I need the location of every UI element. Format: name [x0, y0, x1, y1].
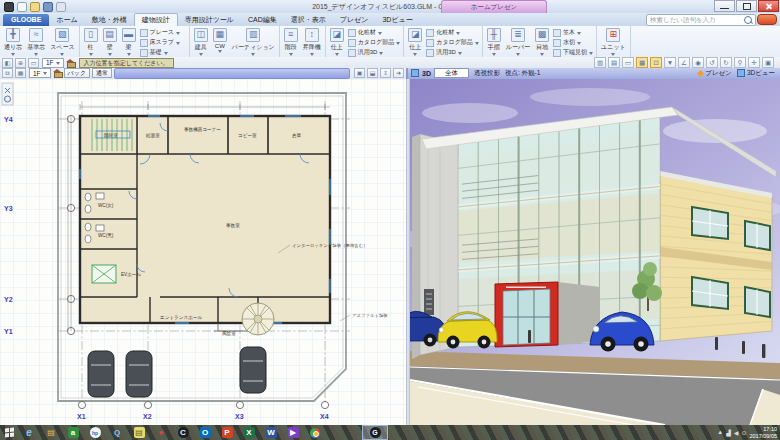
- taskbar-app-outlook[interactable]: O: [194, 425, 216, 440]
- tab-3Dビュー[interactable]: 3Dビュー: [375, 14, 419, 26]
- canvas-mini-toolbar[interactable]: [2, 83, 13, 105]
- ribbon-button-笠木[interactable]: 笠木: [552, 28, 594, 37]
- ribbon-button-床スラブ[interactable]: 床スラブ: [139, 38, 187, 47]
- tray-network-icon[interactable]: ▟: [726, 429, 731, 436]
- ribbon-button-化粧材[interactable]: 化粧材: [347, 28, 402, 37]
- ribbon-button-基準芯[interactable]: ≈基準芯: [25, 27, 47, 57]
- presentation-link[interactable]: プレゼン: [698, 69, 732, 78]
- taskbar-clock[interactable]: 17:10 2017/09/05: [749, 426, 777, 439]
- taskbar-app-word[interactable]: W: [260, 425, 282, 440]
- taskbar-app-player-purple[interactable]: ▶: [282, 425, 304, 440]
- tab-専用設計ツール[interactable]: 専用設計ツール: [178, 14, 241, 26]
- search-icon[interactable]: [744, 16, 752, 24]
- scope-selector[interactable]: 全体: [434, 68, 469, 78]
- taskbar-app-hp[interactable]: hp: [84, 425, 106, 440]
- help-icon[interactable]: ▣: [762, 57, 774, 68]
- gloobe-app-button[interactable]: GLOOBE: [3, 14, 49, 26]
- start-button[interactable]: [0, 425, 18, 440]
- taskbar-app-app-green[interactable]: a: [62, 425, 84, 440]
- tab-CAD編集[interactable]: CAD編集: [241, 14, 284, 26]
- tab-建物設計[interactable]: 建物設計: [134, 13, 178, 26]
- floor-selector-b[interactable]: 1F: [29, 68, 51, 78]
- save-view-icon[interactable]: ▣: [354, 68, 365, 78]
- tray-volume-icon[interactable]: ◀: [734, 429, 739, 436]
- ribbon-button-カタログ部品[interactable]: カタログ部品: [347, 38, 402, 47]
- ribbon-button-化粧材[interactable]: 化粧材: [425, 28, 480, 37]
- measure-icon[interactable]: ∠: [678, 57, 690, 68]
- home-view-icon-2[interactable]: [53, 69, 62, 77]
- ribbon-button-手摺[interactable]: ╫手摺: [485, 27, 503, 57]
- ribbon-button-通り芯[interactable]: ╋通り芯: [2, 27, 24, 57]
- ribbon-button-階段[interactable]: ≡階段: [282, 27, 300, 57]
- ribbon-button-ユニット[interactable]: ⊞ユニット: [599, 27, 628, 57]
- tile-vertical-icon[interactable]: ▥: [594, 57, 606, 68]
- normal-mode-button[interactable]: 通常: [92, 68, 112, 78]
- zoom-icon[interactable]: ⊕: [15, 58, 26, 68]
- ribbon-button-基礎[interactable]: 基礎: [139, 48, 187, 57]
- floor-plan-viewport[interactable]: Y4Y3Y2Y1X1X2X3X4: [0, 79, 406, 425]
- home-view-icon[interactable]: [66, 59, 75, 67]
- ribbon-button-建具[interactable]: ◫建具: [192, 27, 210, 57]
- arrow-icon[interactable]: ➜: [393, 68, 404, 78]
- view-2d-icon[interactable]: ◧: [2, 58, 13, 68]
- ribbon-button-汎用3D[interactable]: 汎用3D: [425, 48, 480, 57]
- ribbon-button-下端見切[interactable]: 下端見切: [552, 48, 594, 57]
- undo-icon[interactable]: [56, 2, 66, 12]
- tab-敷地・外構[interactable]: 敷地・外構: [85, 14, 134, 26]
- filter-icon[interactable]: ▼: [664, 57, 676, 68]
- redo-arrow-icon[interactable]: ↻: [720, 57, 732, 68]
- taskbar-app-powerpoint[interactable]: P: [216, 425, 238, 440]
- tile-horizontal-icon[interactable]: ▤: [608, 57, 620, 68]
- tray-settings-icon[interactable]: ⊙: [741, 429, 746, 436]
- visibility-icon[interactable]: ◉: [692, 57, 704, 68]
- single-view-icon[interactable]: ▭: [622, 57, 634, 68]
- ribbon-button-汎用3D[interactable]: 汎用3D: [347, 48, 402, 57]
- save-icon[interactable]: [43, 2, 53, 12]
- box-select-icon[interactable]: ⊡: [650, 57, 662, 68]
- tab-選択・表示[interactable]: 選択・表示: [284, 14, 333, 26]
- help-pill-icon[interactable]: [757, 14, 777, 25]
- ribbon-button-スペース[interactable]: ▧スペース: [48, 27, 76, 57]
- taskbar-active-gloobe[interactable]: G: [362, 425, 388, 440]
- ribbon-button-目地[interactable]: ▩目地: [533, 27, 551, 57]
- taskbar-app-sticky-notes[interactable]: ▤: [128, 425, 150, 440]
- light-icon[interactable]: ⚲: [734, 57, 746, 68]
- taskbar-app-excel[interactable]: X: [238, 425, 260, 440]
- ribbon-button-水切[interactable]: 水切: [552, 38, 594, 47]
- pin-icon[interactable]: ⬓: [367, 68, 378, 78]
- new-file-icon[interactable]: [17, 2, 27, 12]
- view3d-link[interactable]: 3Dビュー: [737, 69, 775, 78]
- render-3d-viewport[interactable]: [410, 79, 780, 425]
- taskbar-app-internet-explorer[interactable]: e: [18, 425, 40, 440]
- ribbon-search-box[interactable]: 検索したい語句を入力: [646, 14, 756, 26]
- taskbar-app-search-tool[interactable]: Q: [106, 425, 128, 440]
- export-icon[interactable]: ⇪: [380, 68, 391, 78]
- minimize-button[interactable]: [714, 0, 735, 12]
- floor-selector-a[interactable]: 1F: [42, 58, 64, 68]
- select-mode-icon[interactable]: ▦: [636, 57, 648, 68]
- tray-expand-icon[interactable]: ▲: [717, 429, 723, 436]
- move-icon[interactable]: ✛: [748, 57, 760, 68]
- taskbar-app-chrome[interactable]: [304, 425, 326, 440]
- ribbon-button-仕上[interactable]: ◪仕上: [328, 27, 346, 57]
- layers-icon[interactable]: ⧉: [2, 68, 13, 78]
- pan-icon[interactable]: ▭: [28, 58, 39, 68]
- ribbon-button-CW[interactable]: ▦CW: [211, 27, 229, 57]
- maximize-button[interactable]: [736, 0, 757, 12]
- ribbon-button-ルーバー[interactable]: ≣ルーバー: [504, 27, 532, 57]
- taskbar-app-file-explorer[interactable]: ▤: [40, 425, 62, 440]
- open-file-icon[interactable]: [30, 2, 40, 12]
- ribbon-button-ブレース[interactable]: ブレース: [139, 28, 187, 37]
- tab-プレゼン[interactable]: プレゼン: [333, 14, 376, 26]
- back-layer-button[interactable]: バック: [64, 68, 90, 78]
- app-menu-icon[interactable]: [4, 2, 14, 12]
- close-button[interactable]: [758, 0, 779, 12]
- tab-ホーム[interactable]: ホーム: [49, 14, 84, 26]
- ribbon-button-仕上[interactable]: ◪仕上: [406, 27, 424, 57]
- taskbar-app-media-red[interactable]: ●: [150, 425, 172, 440]
- grid-icon[interactable]: ▦: [15, 68, 26, 78]
- taskbar-app-camera-dark[interactable]: C: [172, 425, 194, 440]
- ribbon-button-パーティション[interactable]: ▥パーティション: [230, 27, 277, 57]
- ribbon-button-昇降機[interactable]: ↕昇降機: [301, 27, 323, 57]
- ribbon-button-カタログ部品[interactable]: カタログ部品: [425, 38, 480, 47]
